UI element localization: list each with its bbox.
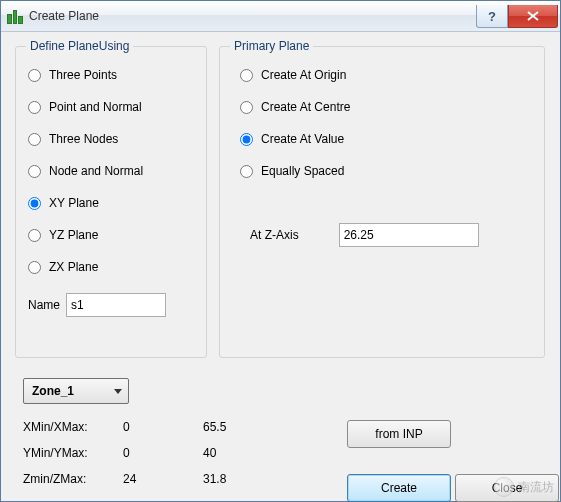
radio-label: YZ Plane <box>49 228 98 242</box>
radio-equally-spaced[interactable]: Equally Spaced <box>240 161 532 181</box>
radio-create-at-value[interactable]: Create At Value <box>240 129 532 149</box>
range-x-max: 65.5 <box>203 420 283 434</box>
radio-label: XY Plane <box>49 196 99 210</box>
watermark-text: 南流坊 <box>518 479 554 496</box>
radio-create-at-origin[interactable]: Create At Origin <box>240 65 532 85</box>
radio-create-at-centre[interactable]: Create At Centre <box>240 97 532 117</box>
radio-label: Create At Centre <box>261 100 350 114</box>
axis-value-input[interactable] <box>339 223 479 247</box>
radio-label: Three Points <box>49 68 117 82</box>
radio-node-and-normal-input[interactable] <box>28 165 41 178</box>
create-button[interactable]: Create <box>347 474 451 502</box>
radio-three-points[interactable]: Three Points <box>28 65 194 85</box>
name-label: Name <box>28 298 60 312</box>
window-close-button[interactable] <box>508 5 558 28</box>
watermark: 南流坊 <box>494 477 554 497</box>
window-title: Create Plane <box>29 9 476 23</box>
radio-create-at-origin-input[interactable] <box>240 69 253 82</box>
axis-label: At Z-Axis <box>250 228 299 242</box>
radio-point-and-normal-input[interactable] <box>28 101 41 114</box>
button-label: Create <box>381 481 417 495</box>
radio-xy-plane[interactable]: XY Plane <box>28 193 194 213</box>
name-row: Name <box>16 293 206 317</box>
group-define-plane: Define PlaneUsing Three Points Point and… <box>15 46 207 358</box>
radio-three-nodes[interactable]: Three Nodes <box>28 129 194 149</box>
radio-three-nodes-input[interactable] <box>28 133 41 146</box>
name-input[interactable] <box>66 293 166 317</box>
range-x-min: 0 <box>123 420 203 434</box>
app-icon <box>7 8 23 24</box>
range-y-label: YMin/YMax: <box>23 446 123 460</box>
range-x-label: XMin/XMax: <box>23 420 123 434</box>
radio-three-points-input[interactable] <box>28 69 41 82</box>
radio-point-and-normal[interactable]: Point and Normal <box>28 97 194 117</box>
radio-label: Node and Normal <box>49 164 143 178</box>
axis-row: At Z-Axis <box>220 223 544 247</box>
zone-dropdown[interactable]: Zone_1 <box>23 378 129 404</box>
radio-yz-plane-input[interactable] <box>28 229 41 242</box>
radio-yz-plane[interactable]: YZ Plane <box>28 225 194 245</box>
close-icon <box>527 11 539 21</box>
radio-create-at-value-input[interactable] <box>240 133 253 146</box>
range-z-label: Zmin/ZMax: <box>23 472 123 486</box>
group-define-legend: Define PlaneUsing <box>26 39 133 53</box>
group-primary-plane: Primary Plane Create At Origin Create At… <box>219 46 545 358</box>
button-label: from INP <box>375 427 422 441</box>
radio-zx-plane-input[interactable] <box>28 261 41 274</box>
range-y-max: 40 <box>203 446 283 460</box>
zone-selected: Zone_1 <box>32 384 74 398</box>
radio-create-at-centre-input[interactable] <box>240 101 253 114</box>
dialog-create-plane: Create Plane ? Define PlaneUsing Three P… <box>0 0 561 502</box>
group-primary-legend: Primary Plane <box>230 39 313 53</box>
radio-label: Point and Normal <box>49 100 142 114</box>
watermark-icon <box>494 477 514 497</box>
radio-label: Create At Origin <box>261 68 346 82</box>
range-y-min: 0 <box>123 446 203 460</box>
radio-equally-spaced-input[interactable] <box>240 165 253 178</box>
help-button[interactable]: ? <box>476 5 508 28</box>
ranges-grid: XMin/XMax: 0 65.5 YMin/YMax: 0 40 Zmin/Z… <box>23 420 283 486</box>
radio-label: ZX Plane <box>49 260 98 274</box>
range-z-max: 31.8 <box>203 472 283 486</box>
radio-node-and-normal[interactable]: Node and Normal <box>28 161 194 181</box>
from-inp-button[interactable]: from INP <box>347 420 451 448</box>
radio-label: Create At Value <box>261 132 344 146</box>
radio-label: Three Nodes <box>49 132 118 146</box>
radio-label: Equally Spaced <box>261 164 344 178</box>
client-area: Define PlaneUsing Three Points Point and… <box>1 32 560 501</box>
radio-zx-plane[interactable]: ZX Plane <box>28 257 194 277</box>
titlebar[interactable]: Create Plane ? <box>1 1 560 32</box>
chevron-down-icon <box>114 389 122 394</box>
range-z-min: 24 <box>123 472 203 486</box>
radio-xy-plane-input[interactable] <box>28 197 41 210</box>
